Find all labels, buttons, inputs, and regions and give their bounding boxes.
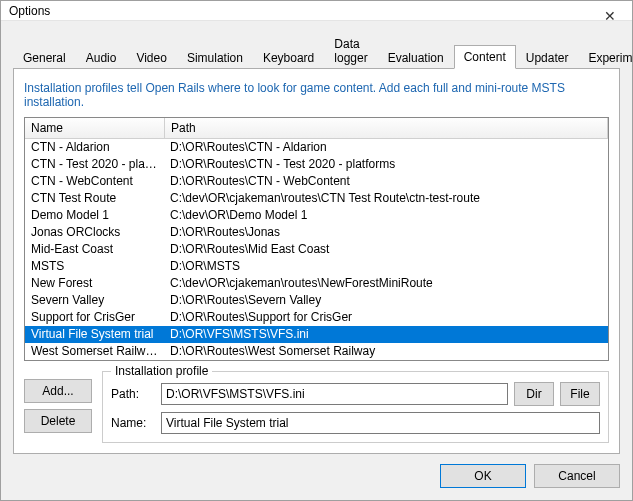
list-body: CTN - AldarionD:\OR\Routes\CTN - Aldario… <box>25 139 608 360</box>
cell-name: Virtual File System trial <box>25 326 164 343</box>
add-button[interactable]: Add... <box>24 379 92 403</box>
cell-name: Jonas ORClocks <box>25 224 164 241</box>
cell-path: D:\OR\Routes\Mid East Coast <box>164 241 608 258</box>
cell-name: Severn Valley <box>25 292 164 309</box>
cell-name: CTN - Test 2020 - platforms <box>25 156 164 173</box>
column-header-path[interactable]: Path <box>165 118 608 138</box>
cell-name: West Somerset Railway <box>25 343 164 360</box>
tab-strip: GeneralAudioVideoSimulationKeyboardData … <box>13 31 620 69</box>
list-row[interactable]: Jonas ORClocksD:\OR\Routes\Jonas <box>25 224 608 241</box>
cell-name: CTN - WebContent <box>25 173 164 190</box>
below-list-area: Add... Delete Installation profile Path:… <box>24 371 609 443</box>
tab-data-logger[interactable]: Data logger <box>324 32 377 69</box>
tab-experimental[interactable]: Experimental <box>578 46 633 69</box>
options-dialog: Options ✕ GeneralAudioVideoSimulationKey… <box>0 0 633 501</box>
tab-content[interactable]: Content <box>454 45 516 69</box>
cell-path: D:\OR\VFS\MSTS\VFS.ini <box>164 326 608 343</box>
dir-button[interactable]: Dir <box>514 382 554 406</box>
list-row[interactable]: New ForestC:\dev\OR\cjakeman\routes\NewF… <box>25 275 608 292</box>
client-area: GeneralAudioVideoSimulationKeyboardData … <box>1 21 632 500</box>
list-row[interactable]: Virtual File System trialD:\OR\VFS\MSTS\… <box>25 326 608 343</box>
cell-path: D:\OR\Routes\West Somerset Railway <box>164 343 608 360</box>
cell-path: D:\OR\MSTS <box>164 258 608 275</box>
list-row[interactable]: CTN Test RouteC:\dev\OR\cjakeman\routes\… <box>25 190 608 207</box>
dialog-buttons: OK Cancel <box>13 454 620 488</box>
list-row[interactable]: CTN - WebContentD:\OR\Routes\CTN - WebCo… <box>25 173 608 190</box>
name-input[interactable] <box>161 412 600 434</box>
tab-general[interactable]: General <box>13 46 76 69</box>
name-row: Name: <box>111 412 600 434</box>
side-buttons: Add... Delete <box>24 371 92 443</box>
cell-path: D:\OR\Routes\CTN - WebContent <box>164 173 608 190</box>
list-row[interactable]: CTN - Test 2020 - platformsD:\OR\Routes\… <box>25 156 608 173</box>
cell-path: D:\OR\Routes\Support for CrisGer <box>164 309 608 326</box>
tabpage-content: Installation profiles tell Open Rails wh… <box>13 69 620 454</box>
cell-path: C:\dev\OR\cjakeman\routes\NewForestMiniR… <box>164 275 608 292</box>
list-row[interactable]: Mid-East CoastD:\OR\Routes\Mid East Coas… <box>25 241 608 258</box>
ok-button[interactable]: OK <box>440 464 526 488</box>
tab-keyboard[interactable]: Keyboard <box>253 46 324 69</box>
column-header-name[interactable]: Name <box>25 118 165 138</box>
path-input[interactable] <box>161 383 508 405</box>
cell-name: Mid-East Coast <box>25 241 164 258</box>
window-title: Options <box>9 4 50 18</box>
tab-video[interactable]: Video <box>126 46 176 69</box>
delete-button[interactable]: Delete <box>24 409 92 433</box>
cell-name: CTN Test Route <box>25 190 164 207</box>
installation-profile-group: Installation profile Path: Dir File Name… <box>102 371 609 443</box>
file-button[interactable]: File <box>560 382 600 406</box>
path-label: Path: <box>111 387 155 401</box>
tab-audio[interactable]: Audio <box>76 46 127 69</box>
group-legend: Installation profile <box>111 364 212 378</box>
list-row[interactable]: CTN - AldarionD:\OR\Routes\CTN - Aldario… <box>25 139 608 156</box>
cell-path: D:\OR\Routes\CTN - Test 2020 - platforms <box>164 156 608 173</box>
cell-name: CTN - Aldarion <box>25 139 164 156</box>
titlebar: Options ✕ <box>1 1 632 21</box>
cell-path: D:\OR\Routes\CTN - Aldarion <box>164 139 608 156</box>
close-button[interactable]: ✕ <box>587 1 632 31</box>
name-label: Name: <box>111 416 155 430</box>
cell-path: C:\dev\OR\Demo Model 1 <box>164 207 608 224</box>
list-row[interactable]: Severn ValleyD:\OR\Routes\Severn Valley <box>25 292 608 309</box>
cell-name: MSTS <box>25 258 164 275</box>
profiles-list[interactable]: Name Path CTN - AldarionD:\OR\Routes\CTN… <box>24 117 609 361</box>
list-row[interactable]: MSTSD:\OR\MSTS <box>25 258 608 275</box>
content-description: Installation profiles tell Open Rails wh… <box>24 79 609 117</box>
close-icon: ✕ <box>604 8 616 24</box>
cell-name: Support for CrisGer <box>25 309 164 326</box>
cell-name: New Forest <box>25 275 164 292</box>
tab-updater[interactable]: Updater <box>516 46 579 69</box>
list-row[interactable]: Demo Model 1C:\dev\OR\Demo Model 1 <box>25 207 608 224</box>
cell-path: C:\dev\OR\cjakeman\routes\CTN Test Route… <box>164 190 608 207</box>
list-row[interactable]: West Somerset RailwayD:\OR\Routes\West S… <box>25 343 608 360</box>
cell-path: D:\OR\Routes\Severn Valley <box>164 292 608 309</box>
list-row[interactable]: Support for CrisGerD:\OR\Routes\Support … <box>25 309 608 326</box>
cell-name: Demo Model 1 <box>25 207 164 224</box>
tab-simulation[interactable]: Simulation <box>177 46 253 69</box>
path-row: Path: Dir File <box>111 382 600 406</box>
list-header: Name Path <box>25 118 608 139</box>
cancel-button[interactable]: Cancel <box>534 464 620 488</box>
cell-path: D:\OR\Routes\Jonas <box>164 224 608 241</box>
tab-evaluation[interactable]: Evaluation <box>378 46 454 69</box>
